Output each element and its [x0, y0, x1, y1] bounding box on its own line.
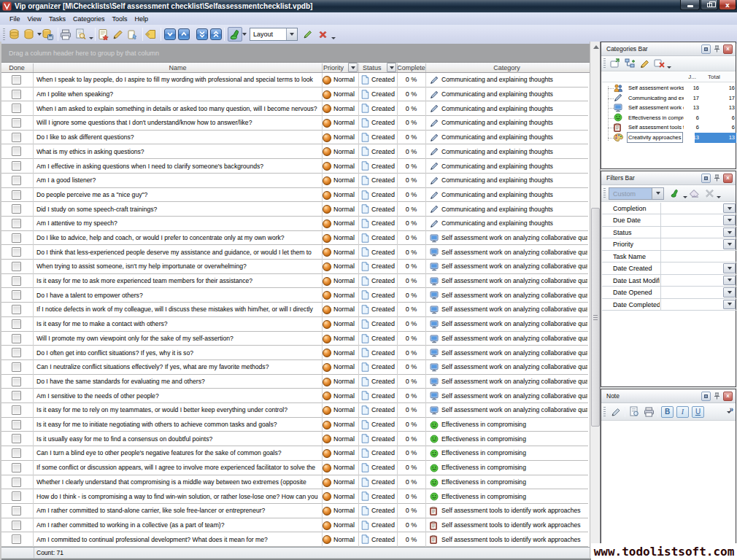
menu-view[interactable]: View: [24, 14, 45, 24]
table-row[interactable]: Do I have a talent to empower others?Nor…: [0, 288, 588, 303]
done-checkbox[interactable]: [12, 334, 21, 343]
category-item[interactable]: Self assessment worksho1616: [602, 83, 736, 93]
column-header-name[interactable]: Name: [34, 63, 322, 72]
note-close-button[interactable]: x: [723, 392, 733, 401]
new-task-icon[interactable]: [97, 28, 109, 41]
done-checkbox[interactable]: [12, 247, 21, 257]
bold-button[interactable]: B: [661, 406, 674, 418]
table-row[interactable]: Do I think that less-experienced people …: [0, 245, 588, 260]
table-row[interactable]: Do I like to ask different questions?Nor…: [0, 131, 588, 145]
table-row[interactable]: When I am asked to explain something in …: [0, 101, 588, 116]
done-checkbox[interactable]: [12, 262, 21, 271]
menu-categories[interactable]: Categories: [69, 14, 109, 24]
move-down-button[interactable]: [164, 28, 176, 40]
table-row[interactable]: If some conflict or discussion appears, …: [0, 461, 588, 475]
table-row[interactable]: Am I rather committed to working in a co…: [0, 518, 588, 533]
edit-task-icon[interactable]: [112, 28, 123, 41]
table-row[interactable]: Am I polite when speaking?NormalCreated0…: [0, 88, 588, 102]
categories-toolbar-overflow[interactable]: [667, 57, 671, 70]
print-preview-dropdown[interactable]: [89, 28, 93, 41]
filters-close-button[interactable]: x: [723, 174, 733, 183]
done-checkbox[interactable]: [12, 147, 21, 156]
move-up-button[interactable]: [178, 28, 190, 40]
table-row[interactable]: Am I effective in asking questions when …: [0, 159, 588, 174]
categories-pin-button[interactable]: [712, 44, 722, 54]
underline-button[interactable]: U: [692, 406, 704, 418]
menu-tools[interactable]: Tools: [108, 14, 131, 24]
layout-combobox[interactable]: Layout: [250, 28, 298, 41]
table-row[interactable]: Can I turn a blind eye to other people's…: [0, 446, 588, 461]
done-checkbox[interactable]: [12, 161, 21, 171]
done-checkbox[interactable]: [12, 420, 21, 429]
column-header-priority[interactable]: Priority: [323, 63, 344, 72]
tag-icon[interactable]: [144, 28, 156, 41]
table-row[interactable]: Am I rather committed to stand-alone car…: [0, 504, 588, 518]
table-row[interactable]: Is it easy for me to ask more experience…: [0, 274, 588, 289]
table-row[interactable]: When trying to assist someone, isn't my …: [0, 260, 588, 274]
column-header-j[interactable]: J...: [674, 74, 696, 80]
table-row[interactable]: Did I study on some speech-craft trainin…: [0, 202, 588, 217]
new-subcategory-icon[interactable]: [624, 58, 637, 70]
column-header-complete[interactable]: Complete: [397, 63, 425, 72]
category-item[interactable]: Communicating and expl1717: [602, 93, 736, 104]
table-row[interactable]: Is it easy for me to make a contact with…: [0, 317, 588, 332]
done-checkbox[interactable]: [12, 534, 21, 544]
filter-preset-combobox[interactable]: Custom: [609, 187, 664, 200]
clear-filter-icon[interactable]: [688, 187, 701, 200]
filters-restore-button[interactable]: [701, 174, 711, 183]
print-preview-icon[interactable]: [74, 28, 86, 41]
group-by-bar[interactable]: Drag a column header here to group by th…: [0, 44, 590, 63]
categories-close-button[interactable]: x: [723, 44, 733, 54]
table-row[interactable]: Whether I clearly understand that compro…: [0, 475, 588, 490]
done-checkbox[interactable]: [12, 176, 21, 185]
done-checkbox[interactable]: [12, 233, 21, 243]
done-checkbox[interactable]: [12, 391, 21, 400]
new-database-icon[interactable]: [8, 28, 20, 41]
done-checkbox[interactable]: [12, 506, 21, 516]
delete-task-icon[interactable]: [126, 28, 138, 41]
table-row[interactable]: Is it usually easy for me to find a cons…: [0, 432, 588, 446]
done-checkbox[interactable]: [12, 190, 21, 200]
scrollbar-thumb[interactable]: [591, 208, 600, 427]
edit-note-icon[interactable]: [609, 405, 622, 418]
note-print-icon[interactable]: [642, 405, 655, 418]
done-checkbox[interactable]: [12, 348, 21, 357]
menu-help[interactable]: Help: [131, 14, 152, 24]
filter-value-dropdown[interactable]: [723, 300, 736, 309]
filter-value-dropdown[interactable]: [723, 228, 736, 237]
category-item[interactable]: Self assessment tools to66: [602, 122, 736, 133]
category-item[interactable]: Self assessment work or1313: [602, 103, 736, 113]
move-top-button[interactable]: [210, 28, 222, 40]
column-header-total[interactable]: Total: [708, 74, 736, 80]
remove-filter-icon[interactable]: [703, 187, 716, 200]
table-row[interactable]: If I notice defects in work of my collea…: [0, 303, 588, 317]
italic-button[interactable]: I: [676, 406, 689, 418]
close-button[interactable]: x: [719, 0, 736, 10]
table-row[interactable]: Can I neutralize conflict situations eff…: [0, 360, 588, 375]
done-checkbox[interactable]: [12, 478, 21, 487]
edit-category-icon[interactable]: [638, 58, 652, 70]
table-row[interactable]: Am I attentive to my speech?NormalCreate…: [0, 217, 588, 231]
filter-value-dropdown[interactable]: [723, 263, 736, 273]
done-checkbox[interactable]: [12, 204, 21, 214]
apply-filter-icon[interactable]: [669, 187, 682, 200]
table-row[interactable]: Do I often get into conflict situations?…: [0, 346, 588, 360]
done-checkbox[interactable]: [12, 133, 21, 142]
filter-dropdown[interactable]: [242, 28, 247, 41]
table-row[interactable]: Is it easy for me to initiate negotiatin…: [0, 418, 588, 432]
done-checkbox[interactable]: [12, 434, 21, 443]
table-row[interactable]: How do I think - is compromising a way t…: [0, 489, 588, 504]
done-checkbox[interactable]: [12, 405, 21, 415]
table-row[interactable]: Will I promote my own viewpoint only for…: [0, 332, 588, 346]
done-checkbox[interactable]: [12, 305, 21, 314]
open-database-icon[interactable]: [23, 28, 34, 41]
table-row[interactable]: Do people perceive me as a "nice guy"?No…: [0, 188, 588, 203]
filter-value-dropdown[interactable]: [723, 239, 736, 249]
table-row[interactable]: Am I sensitive to the needs of other peo…: [0, 389, 588, 403]
table-row[interactable]: Do I have the same standards for evaluat…: [0, 375, 588, 389]
filter-preset-arrow[interactable]: [652, 188, 663, 199]
done-checkbox[interactable]: [12, 75, 21, 85]
table-row[interactable]: Do I like to advice, help and coach, or …: [0, 231, 588, 246]
edit-layout-icon[interactable]: [302, 28, 314, 41]
done-checkbox[interactable]: [12, 90, 21, 99]
